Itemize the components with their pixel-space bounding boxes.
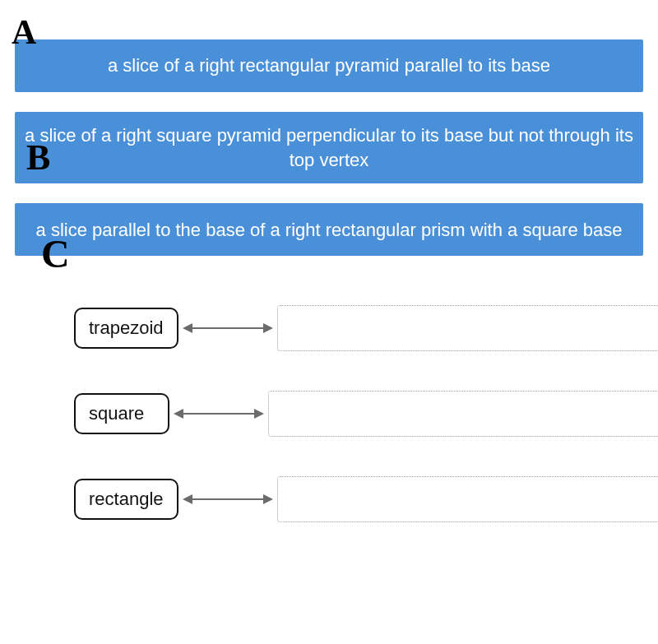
svg-marker-8 (263, 494, 273, 504)
svg-marker-7 (183, 494, 192, 504)
prompt-text-b: a slice of a right square pyramid perpen… (23, 123, 635, 172)
answer-chip-square[interactable]: square (74, 393, 169, 434)
match-row-2: square (74, 391, 658, 437)
worksheet-canvas: A a slice of a right rectangular pyramid… (0, 0, 658, 644)
answer-label-1: trapezoid (89, 317, 164, 338)
prompt-text-a: a slice of a right rectangular pyramid p… (108, 53, 550, 78)
drop-zone-3[interactable] (277, 476, 658, 522)
svg-marker-4 (174, 409, 183, 419)
svg-marker-1 (183, 323, 192, 333)
double-arrow-icon (178, 319, 277, 337)
svg-marker-5 (254, 409, 264, 419)
hand-label-a: A (12, 15, 36, 49)
prompt-text-c: a slice parallel to the base of a right … (36, 218, 623, 243)
prompt-group-b: B a slice of a right square pyramid perp… (15, 112, 643, 183)
drop-zone-2[interactable] (268, 391, 658, 437)
match-row-3: rectangle (74, 476, 658, 522)
prompt-box-b[interactable]: a slice of a right square pyramid perpen… (15, 112, 643, 183)
double-arrow-icon (178, 490, 277, 508)
answer-chip-trapezoid[interactable]: trapezoid (74, 308, 178, 349)
double-arrow-icon (169, 405, 268, 423)
answer-chip-rectangle[interactable]: rectangle (74, 479, 178, 520)
prompt-box-c[interactable]: a slice parallel to the base of a right … (15, 203, 643, 256)
prompt-box-a[interactable]: a slice of a right rectangular pyramid p… (15, 39, 643, 92)
answer-label-2: square (89, 403, 144, 424)
match-area: trapezoid square (0, 305, 658, 522)
drop-zone-1[interactable] (277, 305, 658, 351)
prompt-group-c: C a slice parallel to the base of a righ… (15, 203, 643, 256)
match-row-1: trapezoid (74, 305, 658, 351)
hand-label-b: B (26, 140, 50, 176)
svg-marker-2 (263, 323, 273, 333)
hand-label-c: C (41, 234, 70, 274)
answer-label-3: rectangle (89, 489, 164, 509)
prompt-group-a: A a slice of a right rectangular pyramid… (15, 39, 643, 92)
